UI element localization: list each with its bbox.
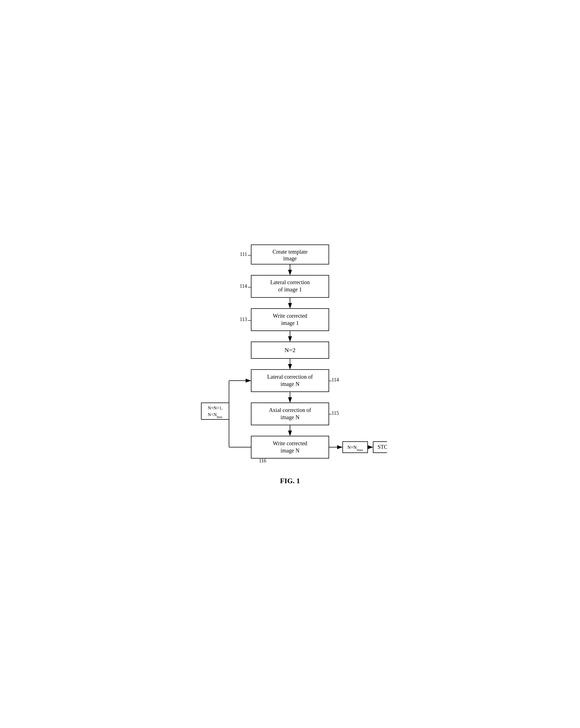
main-diagram: Create template image 111 Lateral correc…	[193, 236, 387, 492]
svg-text:image N: image N	[281, 414, 299, 420]
svg-text:Write corrected: Write corrected	[273, 440, 307, 446]
svg-text:image N: image N	[281, 381, 299, 387]
svg-text:113: 113	[240, 317, 247, 322]
svg-text:image: image	[283, 255, 297, 262]
svg-text:114: 114	[240, 283, 247, 289]
svg-rect-28	[251, 403, 329, 425]
svg-text:115: 115	[332, 410, 339, 416]
svg-text:114: 114	[332, 377, 339, 383]
svg-text:image 1: image 1	[281, 320, 299, 326]
svg-text:N=2: N=2	[285, 346, 295, 354]
svg-rect-22	[251, 369, 329, 392]
flow-diagram-svg: Create template image 111 Lateral correc…	[193, 236, 387, 492]
svg-text:STOP: STOP	[378, 444, 387, 450]
svg-text:image N: image N	[281, 447, 299, 454]
svg-text:111: 111	[240, 252, 247, 257]
svg-text:116: 116	[259, 458, 266, 464]
svg-text:Create template: Create template	[272, 249, 308, 255]
svg-text:N=N+1,: N=N+1,	[208, 406, 222, 410]
svg-text:Lateral correction: Lateral correction	[270, 279, 310, 285]
svg-text:Lateral correction of: Lateral correction of	[267, 374, 313, 380]
svg-text:Write corrected: Write corrected	[273, 313, 307, 319]
svg-rect-13	[251, 309, 329, 331]
svg-text:FIG. 1: FIG. 1	[280, 477, 300, 485]
svg-text:Axial correction of: Axial correction of	[269, 407, 311, 413]
svg-text:of image 1: of image 1	[278, 286, 302, 293]
svg-rect-47	[201, 403, 229, 419]
svg-rect-34	[251, 436, 329, 458]
